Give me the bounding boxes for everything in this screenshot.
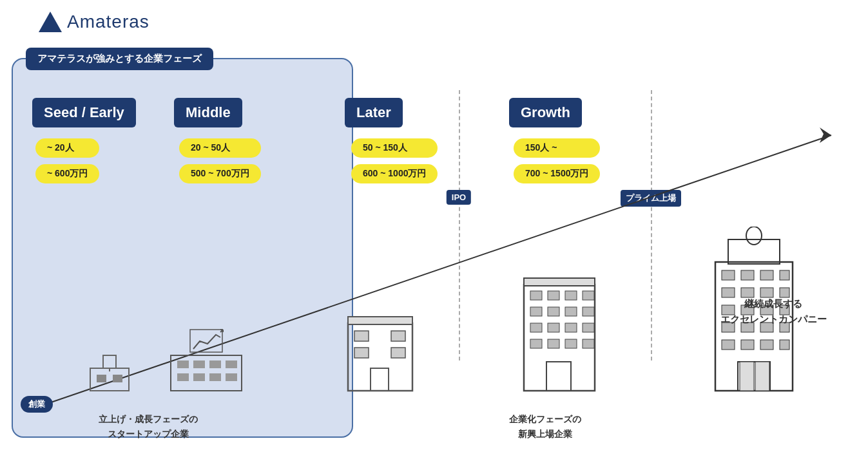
svg-rect-41 — [583, 323, 594, 332]
svg-rect-37 — [583, 307, 594, 316]
svg-rect-66 — [741, 340, 754, 350]
svg-rect-68 — [780, 340, 789, 350]
svg-rect-31 — [548, 291, 559, 300]
svg-rect-70 — [740, 362, 754, 391]
svg-rect-65 — [722, 340, 735, 350]
phase-middle-label: Middle — [174, 98, 242, 127]
svg-rect-8 — [177, 360, 189, 368]
svg-rect-30 — [530, 291, 542, 300]
svg-point-48 — [746, 227, 762, 245]
svg-rect-51 — [760, 270, 773, 280]
ipo-label: IPO — [447, 190, 471, 205]
middle-pill-1: 20 ~ 50人 — [179, 138, 261, 158]
svg-rect-4 — [113, 375, 122, 382]
phase-seed-label: Seed / Early — [32, 98, 136, 127]
later-pills: 50 ~ 150人 600 ~ 1000万円 — [351, 138, 438, 183]
phase-later-label: Later — [345, 98, 403, 127]
svg-rect-50 — [741, 270, 754, 280]
svg-rect-49 — [722, 270, 735, 280]
svg-rect-15 — [226, 373, 237, 381]
svg-rect-38 — [530, 323, 542, 332]
svg-rect-23 — [354, 331, 369, 341]
svg-rect-10 — [209, 360, 221, 368]
svg-rect-21 — [348, 317, 412, 324]
svg-rect-14 — [209, 373, 221, 381]
box-header-label: アマテラスが強みとする企業フェーズ — [26, 48, 213, 70]
svg-rect-44 — [565, 339, 577, 348]
svg-rect-26 — [391, 348, 405, 358]
svg-rect-43 — [548, 339, 559, 348]
logo-text: Amateras — [67, 12, 149, 32]
excellent-label: 継続成長するエクセレントカンパニー — [709, 296, 838, 327]
seed-pill-1: ~ 20人 — [35, 138, 99, 158]
svg-rect-28 — [524, 278, 595, 286]
svg-marker-1 — [820, 127, 831, 143]
dashed-line-ipo — [459, 90, 460, 360]
svg-rect-13 — [193, 373, 205, 381]
growth-pill-2: 700 ~ 1500万円 — [514, 164, 600, 183]
svg-rect-71 — [755, 362, 769, 391]
svg-rect-67 — [760, 340, 773, 350]
middle-pills: 20 ~ 50人 500 ~ 700万円 — [179, 138, 261, 183]
svg-rect-40 — [565, 323, 577, 332]
phase-growth-label: Growth — [509, 98, 582, 127]
svg-rect-32 — [565, 291, 577, 300]
building-startup-medium — [168, 323, 245, 394]
logo-icon — [39, 12, 62, 32]
svg-rect-3 — [97, 375, 106, 382]
svg-rect-11 — [226, 360, 237, 368]
svg-rect-42 — [530, 339, 542, 348]
svg-rect-45 — [583, 339, 594, 348]
svg-rect-12 — [177, 373, 189, 381]
building-growth — [521, 265, 598, 394]
svg-rect-33 — [583, 291, 594, 300]
growth-pills: 150人 ~ 700 ~ 1500万円 — [514, 138, 600, 183]
seed-pills: ~ 20人 ~ 600万円 — [35, 138, 99, 183]
svg-rect-47 — [728, 239, 780, 264]
svg-rect-27 — [524, 285, 595, 391]
prime-label: プライム上場 — [621, 190, 681, 207]
sougyo-badge: 創業 — [21, 396, 53, 413]
svg-rect-34 — [530, 307, 542, 316]
middle-pill-2: 500 ~ 700万円 — [179, 164, 261, 183]
svg-rect-16 — [190, 330, 222, 352]
growth-pill-1: 150人 ~ — [514, 138, 600, 158]
svg-rect-2 — [90, 368, 129, 391]
svg-rect-22 — [371, 368, 389, 391]
svg-rect-35 — [548, 307, 559, 316]
startup-label: 立上げ・成長フェーズのスタートアップ企業 — [84, 412, 213, 441]
dashed-line-prime — [651, 90, 652, 360]
svg-rect-52 — [780, 270, 789, 280]
svg-rect-36 — [565, 307, 577, 316]
svg-rect-29 — [546, 362, 571, 391]
svg-rect-39 — [548, 323, 559, 332]
later-pill-1: 50 ~ 150人 — [351, 138, 438, 158]
logo-area: Amateras — [39, 12, 149, 32]
building-startup-small — [84, 336, 135, 394]
seed-pill-2: ~ 600万円 — [35, 164, 99, 183]
svg-rect-25 — [354, 348, 369, 358]
svg-rect-5 — [103, 355, 116, 368]
building-later — [345, 297, 416, 394]
kigyoka-label: 企業化フェーズの新興上場企業 — [487, 412, 603, 441]
later-pill-2: 600 ~ 1000万円 — [351, 164, 438, 183]
svg-rect-9 — [193, 360, 205, 368]
svg-rect-24 — [391, 331, 405, 341]
